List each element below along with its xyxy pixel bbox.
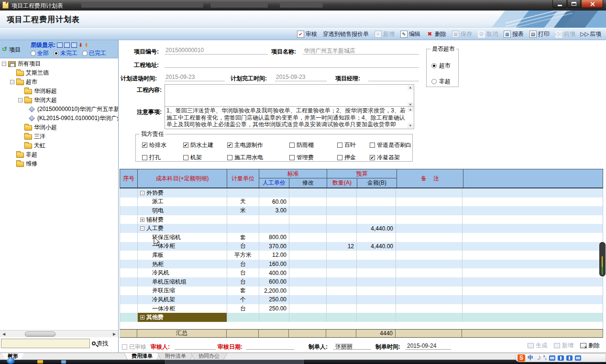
make-time-value[interactable]: 2015-09-24 [405,342,451,350]
tree-node[interactable]: 维修 [0,159,118,168]
expander-icon[interactable]: - [10,80,14,84]
manager-value[interactable] [368,74,419,81]
expander-icon[interactable]: - [2,62,6,66]
skin-icon[interactable] [566,355,573,361]
checkbox-主电源制作[interactable]: ✔主电源制作 [227,141,289,149]
sort-desc-icon[interactable]: ⬇ [78,42,83,48]
checkbox-防雨棚[interactable]: 防雨棚 [289,141,337,149]
minimize-button[interactable] [552,0,567,8]
table-row[interactable]: 并联压缩套2,200.00 [120,287,603,296]
audited-checkbox[interactable]: 已审核 [122,343,146,351]
checkbox-冷凝器架[interactable]: ✔冷凝器架 [370,154,412,162]
table-row[interactable]: -人工费4,440.00 [120,224,603,233]
filter-未完工[interactable]: 未完工 [54,49,77,57]
taskbar-app-icon[interactable] [61,360,66,364]
toolbox-icon[interactable] [575,355,581,361]
tab-协同办公[interactable]: 协同办公 [191,353,227,360]
taskbar-active-app[interactable] [165,360,304,364]
close-button[interactable] [581,0,603,8]
tab-费用清单[interactable]: 费用清单 [124,353,160,360]
table-row[interactable]: 冷风机台400.00 [120,268,603,277]
windows-taskbar[interactable] [0,360,606,364]
audit-date-value[interactable] [246,342,294,350]
scroll-left-icon[interactable]: ◀ [1,331,7,337]
table-row[interactable]: 冷风机架个250.00 [120,295,603,304]
start-button[interactable] [7,358,15,364]
checkbox-给排水[interactable]: ✔给排水 [142,141,183,149]
tree-node[interactable]: 华润标超 [0,87,118,96]
scrollbar-thumb[interactable] [25,331,55,337]
search-button[interactable]: 查找 [92,340,108,348]
radio-非超[interactable]: 非超 [431,77,451,86]
handwriting-icon[interactable] [558,355,564,361]
scroll-up-icon[interactable]: ▲ [408,107,413,112]
project-no-value[interactable]: 201500000010 [165,47,268,55]
tree-node[interactable]: -所有项目 [0,59,118,68]
tree-node[interactable]: 三洋 [0,132,118,141]
sogou-logo-icon[interactable]: S [518,354,525,362]
tree-node[interactable]: 天虹 [0,141,118,150]
checkbox-百叶[interactable]: 百叶 [337,141,370,149]
scroll-up-icon[interactable]: ▲ [408,85,413,90]
checkbox-施工用水电[interactable]: 施工用水电 [227,154,289,162]
project-name-value[interactable]: 华润广州五羊新城店 [303,47,419,55]
tree-node[interactable]: 艾斯兰德 [0,68,118,77]
toolbar-穿透到销售报价单-button[interactable]: 穿透到销售报价单 [323,30,369,38]
grid-view-1-icon[interactable] [57,43,63,48]
toolbar-后项-button[interactable]: ▷▷后项 [581,30,601,38]
checkbox-防水土建[interactable]: ✔防水土建 [183,141,227,149]
table-row[interactable]: 热柜台160.00 [120,260,603,269]
table-row[interactable]: 一体冷柜台370.00124,440.00 [120,242,603,251]
scroll-right-icon[interactable]: ▶ [111,331,117,337]
table-row[interactable]: 单机压缩机组台600.00 [120,277,603,287]
radio-超市[interactable]: 超市 [431,62,451,70]
filter-已完工[interactable]: 已完工 [82,49,106,57]
table-row[interactable]: 派工天60.00 [120,198,603,207]
table-row[interactable]: 库板平方米12.00 [120,251,603,260]
plan-start-value[interactable]: 2015-09-23 [165,74,225,81]
taskbar-folder-icon[interactable] [37,360,43,364]
keyboard-icon[interactable] [549,355,555,361]
toolbar-编辑-button[interactable]: ✎编辑 [400,30,420,38]
checkbox-机架[interactable]: 机架 [183,154,227,162]
table-row[interactable]: +其他费 [120,313,603,322]
grid-view-3-icon[interactable] [71,43,77,48]
toolbar-打印-button[interactable]: ▤打印 [529,30,550,38]
toolbar-报表-button[interactable]: ▦报表 [504,30,524,38]
vertical-scroll-indicator[interactable] [599,242,606,276]
expander-icon[interactable]: + [140,218,144,222]
table-row[interactable]: 弱电米3.00 [120,206,603,215]
toolbar-审核-button[interactable]: ✔审核 [297,30,317,38]
checkbox-打孔[interactable]: 打孔 [142,154,183,162]
plan-end-value[interactable]: 2015-09-23 [275,74,327,81]
scroll-down-icon[interactable]: ▼ [408,123,413,128]
chinese-mode-icon[interactable]: 中 [528,354,533,361]
checkbox-管道是否刷白[interactable]: 管道是否刷白 [370,141,412,149]
checkbox-押金[interactable]: 押金 [337,154,370,162]
sort-asc-icon[interactable]: ⬆ [84,42,88,48]
table-row[interactable]: +辅材费 [120,215,603,224]
删除-button[interactable]: 删除 [580,342,600,350]
punctuation-icon[interactable]: °, [543,354,547,361]
maker-value[interactable]: 张丽丽 [333,342,371,350]
table-row[interactable]: -外协费 [120,188,603,198]
tree-horizontal-scrollbar[interactable]: ◀ ▶ [0,330,118,337]
tree-node[interactable]: -华润大超 [0,96,118,105]
toolbar-删除-button[interactable]: ✖删除 [426,30,446,38]
expander-icon[interactable]: - [140,226,144,231]
expander-icon[interactable]: - [18,98,22,102]
content-textarea[interactable]: ▲ ▼ [165,84,414,108]
filter-全部[interactable]: 全部 [31,49,49,57]
tree-node[interactable]: 华润小超 [0,123,118,132]
checkbox-管理费[interactable]: 管理费 [289,154,337,162]
refresh-icon[interactable]: ↺ [2,45,7,53]
tab-附件清单[interactable]: 附件清单 [158,353,193,360]
tree-node[interactable]: (KL2015-0901.0100001)华润广州五羊新城店 [0,114,118,123]
address-value[interactable] [165,60,419,68]
tree-node[interactable]: (201500000010)华润广州五羊新城店 [0,105,118,114]
maximize-button[interactable] [567,0,581,8]
grid-view-2-icon[interactable] [64,43,70,48]
tree-node[interactable]: -超市 [0,77,118,87]
moon-icon[interactable]: ☽ [535,354,541,362]
search-input[interactable] [1,339,90,348]
